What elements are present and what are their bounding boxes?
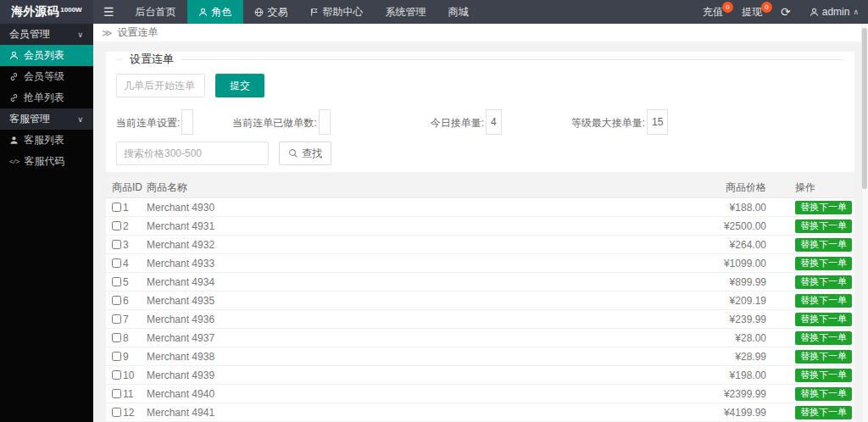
breadcrumb-icon: ≫ — [102, 27, 113, 39]
withdraw-link[interactable]: 提现 0 — [732, 0, 771, 24]
sidebar: 会员管理 ∨ 会员列表 会员等级 抢单列表 客服管理 ∨ — [0, 24, 93, 422]
sidebar-item-service-code[interactable]: </> 客服代码 — [0, 151, 93, 172]
status-fields-row: 当前连单设置: 当前连单已做单数: 今日接单量: 4 等级最大接单量: 15 — [116, 109, 844, 135]
row-name-cell: Merchant 4933 — [147, 258, 656, 269]
chevron-up-icon: ∧ — [853, 8, 859, 16]
search-icon — [288, 148, 298, 158]
nav-item-trade[interactable]: 交易 — [243, 0, 299, 24]
table-body: 1Merchant 4930¥188.00替换下一单2Merchant 4931… — [106, 198, 854, 422]
code-icon: </> — [9, 158, 19, 165]
topbar: 海外源码1000W ☰ 后台首页 角色 交易 — [0, 0, 868, 24]
field-today-orders: 今日接单量: 4 — [431, 109, 502, 135]
row-id-cell: 8 — [123, 332, 129, 344]
page-title: 设置连单 — [118, 25, 159, 40]
row-checkbox[interactable] — [112, 408, 121, 417]
replace-next-button[interactable]: 替换下一单 — [795, 219, 852, 233]
row-id-cell: 10 — [123, 369, 134, 381]
logo: 海外源码1000W — [0, 0, 93, 24]
nav-item-dashboard[interactable]: 后台首页 — [125, 0, 187, 24]
row-checkbox[interactable] — [112, 296, 121, 305]
sidebar-group-service[interactable]: 客服管理 ∨ — [0, 108, 93, 130]
row-name-cell: Merchant 4937 — [147, 332, 656, 344]
sidebar-item-grab-order-list[interactable]: 抢单列表 — [0, 87, 93, 108]
find-button[interactable]: 查找 — [279, 142, 331, 165]
nav-item-help-center[interactable]: 帮助中心 — [299, 0, 375, 24]
row-price-cell: ¥264.00 — [656, 239, 766, 251]
row-name-cell: Merchant 4934 — [147, 276, 656, 288]
row-name-cell: Merchant 4932 — [147, 239, 656, 251]
header-product-price: 商品价格 — [656, 180, 766, 195]
row-checkbox[interactable] — [112, 352, 121, 361]
table-row: 8Merchant 4937¥28.00替换下一单 — [106, 329, 854, 347]
row-checkbox[interactable] — [112, 258, 121, 268]
row-name-cell: Merchant 4936 — [147, 314, 656, 325]
flag-icon — [310, 8, 319, 17]
replace-next-button[interactable]: 替换下一单 — [795, 275, 852, 289]
sidebar-item-member-list[interactable]: 会员列表 — [0, 45, 93, 66]
sidebar-group-members[interactable]: 会员管理 ∨ — [0, 24, 93, 45]
replace-next-button[interactable]: 替换下一单 — [795, 350, 852, 364]
replace-next-button[interactable]: 替换下一单 — [795, 313, 852, 326]
row-price-cell: ¥188.00 — [656, 202, 766, 214]
person-icon — [9, 51, 19, 60]
replace-next-button[interactable]: 替换下一单 — [795, 406, 852, 419]
replace-next-button[interactable]: 替换下一单 — [795, 257, 852, 270]
orders-done-value — [319, 109, 331, 135]
order-form-row: 提交 — [116, 74, 844, 97]
main-content: ≫ 设置连单 设置连单 提交 当前连单设置: 当前连单已做单数: — [93, 24, 868, 422]
row-price-cell: ¥28.99 — [656, 351, 766, 363]
table-row: 12Merchant 4941¥4199.99替换下一单 — [106, 403, 854, 422]
replace-next-button[interactable]: 替换下一单 — [795, 238, 852, 252]
row-checkbox[interactable] — [112, 389, 121, 398]
price-search-input[interactable] — [116, 142, 269, 165]
sidebar-item-member-level[interactable]: 会员等级 — [0, 66, 93, 87]
row-name-cell: Merchant 4940 — [147, 388, 656, 400]
user-menu[interactable]: admin ∧ — [800, 0, 868, 24]
table-row: 2Merchant 4931¥2500.00替换下一单 — [106, 217, 854, 236]
logo-text: 海外源码 — [11, 4, 58, 19]
top-nav: 后台首页 角色 交易 帮助中心 系统管理 — [125, 0, 480, 24]
replace-next-button[interactable]: 替换下一单 — [795, 201, 852, 214]
submit-button[interactable]: 提交 — [215, 74, 264, 97]
nav-item-mall[interactable]: 商城 — [437, 0, 480, 24]
table-row: 5Merchant 4934¥899.99替换下一单 — [106, 273, 854, 292]
row-checkbox[interactable] — [112, 240, 121, 249]
table-row: 6Merchant 4935¥209.19替换下一单 — [106, 292, 854, 310]
row-checkbox[interactable] — [112, 203, 121, 212]
current-setting-value — [181, 109, 193, 135]
row-price-cell: ¥28.00 — [656, 332, 766, 344]
order-count-input[interactable] — [116, 74, 205, 97]
nav-item-system[interactable]: 系统管理 — [375, 0, 437, 24]
row-checkbox[interactable] — [112, 221, 121, 230]
link-icon — [9, 93, 19, 103]
row-checkbox[interactable] — [112, 370, 121, 380]
nav-item-roles[interactable]: 角色 — [187, 0, 243, 24]
row-name-cell: Merchant 4935 — [147, 295, 656, 307]
row-id-cell: 4 — [123, 258, 129, 269]
sidebar-item-service-list[interactable]: 客服列表 — [0, 130, 93, 151]
replace-next-button[interactable]: 替换下一单 — [795, 294, 852, 308]
row-checkbox[interactable] — [112, 314, 121, 324]
row-checkbox[interactable] — [112, 333, 121, 342]
row-price-cell: ¥1099.00 — [656, 258, 766, 269]
settings-panel: 设置连单 提交 当前连单设置: 当前连单已做单数: 今日接单量: — [106, 52, 854, 172]
today-orders-value: 4 — [486, 109, 502, 135]
refresh-icon[interactable]: ⟳ — [771, 0, 800, 24]
row-id-cell: 3 — [123, 239, 129, 251]
field-level-max: 等级最大接单量: 15 — [571, 109, 669, 135]
menu-toggle-icon[interactable]: ☰ — [93, 0, 125, 24]
row-id-cell: 6 — [123, 295, 129, 307]
replace-next-button[interactable]: 替换下一单 — [795, 387, 852, 401]
settings-fieldset: 设置连单 提交 当前连单设置: 当前连单已做单数: 今日接单量: — [116, 52, 844, 165]
scrollbar-thumb[interactable] — [862, 28, 867, 189]
row-checkbox[interactable] — [112, 277, 121, 286]
replace-next-button[interactable]: 替换下一单 — [795, 331, 852, 345]
recharge-link[interactable]: 充值 0 — [693, 0, 732, 24]
row-id-cell: 11 — [123, 388, 133, 400]
row-id-cell: 12 — [123, 407, 134, 419]
replace-next-button[interactable]: 替换下一单 — [795, 369, 852, 382]
row-price-cell: ¥2500.00 — [656, 220, 766, 232]
users-icon — [9, 136, 19, 145]
header-product-id: 商品ID — [106, 180, 147, 195]
row-name-cell: Merchant 4931 — [147, 220, 656, 232]
